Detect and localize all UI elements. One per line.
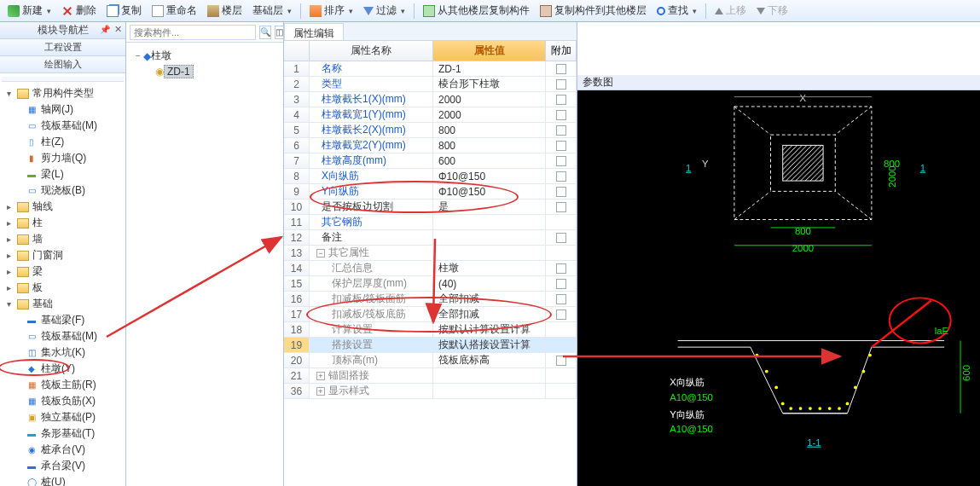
filter-button[interactable]: 过滤 xyxy=(359,2,409,20)
attr-row[interactable]: 4柱墩截宽1(Y)(mm)2000 xyxy=(284,107,577,123)
chk[interactable] xyxy=(556,187,566,197)
attr-row[interactable]: 17扣减板/筏板底筋全部扣减 xyxy=(284,307,577,322)
node-capbeam[interactable]: ▬承台梁(V) xyxy=(2,458,124,474)
attr-row[interactable]: 9Y向纵筋Φ10@150 xyxy=(284,184,577,200)
node-axis[interactable]: ▦轴网(J) xyxy=(2,101,124,118)
svg-text:1: 1 xyxy=(920,163,925,173)
svg-point-23 xyxy=(765,370,768,373)
nav-panel: 模块导航栏 📌 ✕ 工程设置 绘图输入 ▾常用构件类型 ▦轴网(J) ▭筏板基础… xyxy=(0,22,126,486)
attr-row[interactable]: 1名称ZD-1 xyxy=(284,61,577,77)
node-pier[interactable]: ◆柱墩(Y) xyxy=(2,361,124,377)
tree-item-zd1[interactable]: ◉ZD-1 xyxy=(130,64,280,79)
layer-dropdown[interactable]: 基础层 xyxy=(248,2,296,20)
attr-row[interactable]: 20顶标高(m)筏板底标高 xyxy=(284,353,577,368)
node-iso[interactable]: ▣独立基础(P) xyxy=(2,409,124,425)
chk[interactable] xyxy=(556,171,566,182)
chk[interactable] xyxy=(556,310,566,320)
tree-root-pier[interactable]: −◆柱墩 xyxy=(130,48,280,64)
chk[interactable] xyxy=(556,141,566,151)
node-sump[interactable]: ◫集水坑(K) xyxy=(2,344,124,361)
attr-group-other[interactable]: 13−其它属性 xyxy=(284,246,577,261)
node-axisline[interactable]: ▸轴线 xyxy=(2,199,124,215)
node-raftbot[interactable]: ▦筏板负筋(X) xyxy=(2,393,124,409)
search-icon[interactable]: 🔍 xyxy=(259,26,271,39)
new-button[interactable]: 新建 xyxy=(3,2,55,20)
tab-draw-input[interactable]: 绘图输入 xyxy=(0,56,125,73)
search-input[interactable] xyxy=(130,25,256,40)
node-column[interactable]: ▯柱(Z) xyxy=(2,134,124,150)
node-strip[interactable]: ▬条形基础(T) xyxy=(2,425,124,442)
chk[interactable] xyxy=(556,202,566,212)
attr-row[interactable]: 12备注 xyxy=(284,230,577,246)
attr-row[interactable]: 11其它钢筋 xyxy=(284,215,577,230)
copy-button[interactable]: 复制 xyxy=(102,2,146,20)
node-slab[interactable]: ▸板 xyxy=(2,280,124,296)
move-up-button[interactable]: 上移 xyxy=(710,2,751,20)
attr-row[interactable]: 7柱墩高度(mm)600 xyxy=(284,153,577,169)
move-down-button[interactable]: 下移 xyxy=(752,2,792,20)
attr-row[interactable]: 6柱墩截宽2(Y)(mm)800 xyxy=(284,138,577,153)
attr-row[interactable]: 3柱墩截长1(X)(mm)2000 xyxy=(284,92,577,107)
attr-row[interactable]: 2类型棱台形下柱墩 xyxy=(284,77,577,92)
svg-point-37 xyxy=(890,298,951,343)
chk[interactable] xyxy=(556,263,566,274)
chk[interactable] xyxy=(556,294,566,304)
attr-row[interactable]: 10是否按板边切割是 xyxy=(284,200,577,215)
node-castslab[interactable]: ▭现浇板(B) xyxy=(2,182,124,199)
node-wall[interactable]: ▸墙 xyxy=(2,231,124,247)
attr-row[interactable]: 5柱墩截长2(X)(mm)800 xyxy=(284,123,577,138)
find-label: 查找 xyxy=(668,3,688,18)
delete-button[interactable]: 删除 xyxy=(57,2,101,20)
svg-text:Y: Y xyxy=(702,159,709,169)
chk[interactable] xyxy=(556,125,566,136)
attr-row[interactable]: 8X向纵筋Φ10@150 xyxy=(284,169,577,184)
rename-button[interactable]: 重命名 xyxy=(148,2,201,20)
chk[interactable] xyxy=(556,79,566,90)
node-common[interactable]: ▾常用构件类型 xyxy=(2,85,124,101)
copy-from-button[interactable]: 从其他楼层复制构件 xyxy=(419,2,534,20)
copy-to-button[interactable]: 复制构件到其他楼层 xyxy=(536,2,651,20)
chk[interactable] xyxy=(556,356,566,366)
find-button[interactable]: 查找 xyxy=(652,2,701,20)
node-raft[interactable]: ▭筏板基础(M) xyxy=(2,118,124,134)
chk[interactable] xyxy=(556,110,566,120)
tab-project-settings[interactable]: 工程设置 xyxy=(0,39,125,56)
node-fbeam[interactable]: ▬基础梁(F) xyxy=(2,312,124,328)
attr-group-anchor[interactable]: 21+锚固搭接 xyxy=(284,368,577,384)
chk[interactable] xyxy=(556,64,566,74)
nav-title-text: 模块导航栏 xyxy=(38,23,89,38)
attr-row[interactable]: 18计算设置按默认计算设置计算 xyxy=(284,322,577,338)
svg-point-24 xyxy=(774,386,778,390)
chk[interactable] xyxy=(556,279,566,289)
node-opening[interactable]: ▸门窗洞 xyxy=(2,247,124,263)
attr-group-display[interactable]: 36+显示样式 xyxy=(284,384,577,399)
search-option-icon[interactable]: ◫ xyxy=(275,26,284,39)
node-shearwall[interactable]: ▮剪力墙(Q) xyxy=(2,150,124,166)
attr-row[interactable]: 15保护层厚度(mm)(40) xyxy=(284,276,577,292)
node-pile[interactable]: ◯桩(U) xyxy=(2,474,124,486)
attr-row-selected[interactable]: 19搭接设置按默认搭接设置计算 xyxy=(284,338,577,353)
filter-icon xyxy=(363,7,374,15)
pin-icon[interactable]: 📌 xyxy=(100,25,110,34)
node-foundation[interactable]: ▾基础 xyxy=(2,296,124,312)
component-tree-panel: 🔍 ◫ −◆柱墩 ◉ZD-1 xyxy=(126,22,284,486)
chk[interactable] xyxy=(556,95,566,105)
attr-row[interactable]: 16扣减板/筏板面筋全部扣减 xyxy=(284,292,577,307)
sort-button[interactable]: 排序 xyxy=(305,2,357,20)
close-icon[interactable]: ✕ xyxy=(114,24,122,35)
node-beam[interactable]: ▬梁(L) xyxy=(2,166,124,182)
copy-from-icon xyxy=(423,5,435,17)
new-label: 新建 xyxy=(22,3,43,18)
node-fraft[interactable]: ▭筏板基础(M) xyxy=(2,328,124,344)
node-cap[interactable]: ◉桩承台(V) xyxy=(2,442,124,458)
node-columngrp[interactable]: ▸柱 xyxy=(2,215,124,231)
node-rafttop[interactable]: ▦筏板主筋(R) xyxy=(2,377,124,393)
floor-button[interactable]: 楼层 xyxy=(203,2,246,20)
node-beamgrp[interactable]: ▸梁 xyxy=(2,263,124,280)
sort-label: 排序 xyxy=(324,3,345,18)
svg-text:X: X xyxy=(800,93,807,103)
chk[interactable] xyxy=(556,156,566,166)
tab-attr-edit[interactable]: 属性编辑 xyxy=(284,23,344,40)
chk[interactable] xyxy=(556,233,566,243)
attr-row[interactable]: 14汇总信息柱墩 xyxy=(284,261,577,276)
